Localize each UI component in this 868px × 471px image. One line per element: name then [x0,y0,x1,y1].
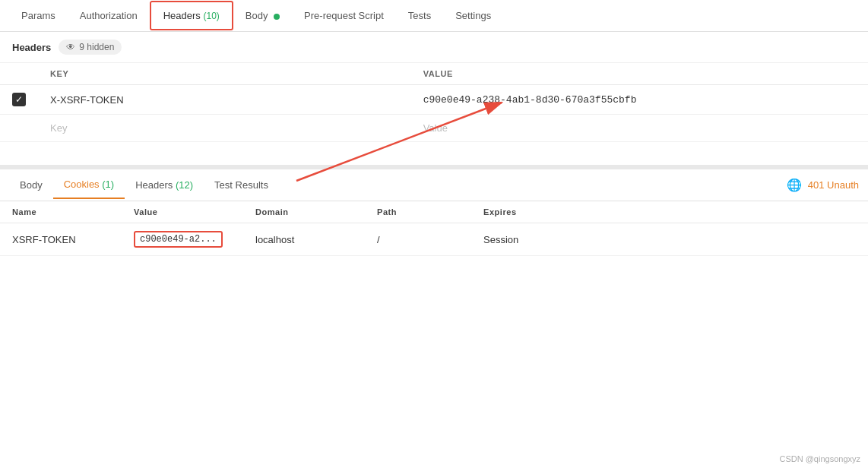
col-expires-header: Expires [483,207,856,217]
watermark: CSDN @qingsongxyz [779,454,860,463]
cookies-count: (1) [102,179,114,190]
cookie-value: c90e0e49-a2... [134,231,255,248]
eye-icon: 👁 [66,42,75,52]
row-value-text: c90e0e49-a238-4ab1-8d30-670a3f55cbfb [423,94,637,106]
checkbox-checked[interactable]: ✓ [12,93,26,106]
globe-icon: 🌐 [787,178,802,192]
response-row: XSRF-TOKEN c90e0e49-a2... localhost / Se… [0,223,868,256]
cookie-domain: localhost [255,234,377,245]
main-container: Params Authorization Headers (10) Body P… [0,0,868,471]
headers-table: KEY VALUE ✓ X-XSRF-TOKEN [0,63,868,142]
tab-response-body[interactable]: Body [9,172,53,198]
row-checkbox-cell[interactable]: ✓ [0,85,38,115]
tab-tests[interactable]: Tests [396,2,443,29]
spacer [0,142,868,165]
col-header-key: KEY [38,63,411,85]
bottom-tabs: Body Cookies (1) Headers (12) Test Resul… [0,169,868,201]
col-header-checkbox [0,63,38,85]
status-text: 401 Unauth [808,179,859,191]
cookie-expires: Session [483,234,856,245]
bottom-panel: Body Cookies (1) Headers (12) Test Resul… [0,165,868,471]
key-placeholder: Key [50,122,67,134]
top-panel: Params Authorization Headers (10) Body P… [0,0,868,142]
table-row-empty: Key Value [0,115,868,142]
tab-response-headers[interactable]: Headers (12) [125,172,204,198]
top-section-content: KEY VALUE ✓ X-XSRF-TOKEN [0,63,868,142]
empty-value-cell[interactable]: Value [411,115,868,142]
tab-settings[interactable]: Settings [443,2,503,29]
section-title: Headers [12,42,51,53]
col-domain-header: Domain [255,207,377,217]
headers-count: (10) [203,11,219,21]
token-box: c90e0e49-a2... [134,231,223,248]
empty-key-cell[interactable]: Key [38,115,411,142]
tab-cookies[interactable]: Cookies (1) [53,171,125,199]
section-header: Headers 👁 9 hidden [0,32,868,63]
tab-prerequest[interactable]: Pre-request Script [292,2,396,29]
col-header-value: VALUE [411,63,868,85]
col-name-header: Name [12,207,134,217]
body-dot [274,14,280,20]
tab-body[interactable]: Body [233,2,292,29]
table-row: ✓ X-XSRF-TOKEN c90e0e49-a238-4ab1-8d30-6… [0,85,868,115]
cookie-name: XSRF-TOKEN [12,234,134,245]
top-tabs: Params Authorization Headers (10) Body P… [0,0,868,32]
value-placeholder: Value [423,122,448,134]
hidden-badge[interactable]: 👁 9 hidden [59,40,122,55]
tab-headers[interactable]: Headers (10) [150,1,233,30]
tab-test-results[interactable]: Test Results [204,172,279,198]
response-table-header: Name Value Domain Path Expires [0,201,868,223]
row-key-text: X-XSRF-TOKEN [50,94,124,106]
empty-checkbox-cell [0,115,38,142]
cookie-path: / [377,234,483,245]
resp-headers-count: (12) [176,179,193,191]
tab-params[interactable]: Params [9,2,68,29]
status-area: 🌐 401 Unauth [787,178,859,192]
hidden-count-label: 9 hidden [79,42,114,52]
row-key-cell: X-XSRF-TOKEN [38,85,411,115]
tab-authorization[interactable]: Authorization [68,2,150,29]
col-path-header: Path [377,207,483,217]
col-value-header: Value [134,207,255,217]
row-value-cell: c90e0e49-a238-4ab1-8d30-670a3f55cbfb [411,85,868,115]
